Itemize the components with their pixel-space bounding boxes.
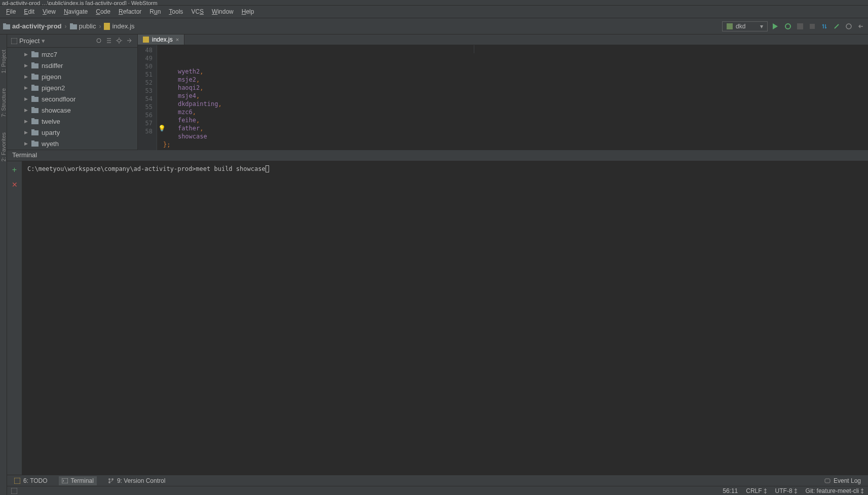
svg-rect-31 — [31, 140, 34, 142]
tree-folder-twelve[interactable]: ▶twelve — [7, 116, 137, 127]
folder-icon — [3, 23, 10, 29]
menu-edit[interactable]: Edit — [20, 7, 39, 16]
project-icon — [11, 38, 17, 44]
tool-todo[interactable]: 6: TODO — [11, 476, 51, 485]
status-git-branch[interactable]: Git: feature-meet-cli ‡ — [806, 487, 864, 494]
svg-rect-15 — [31, 51, 34, 53]
vcs-commit-button[interactable] — [833, 22, 841, 30]
svg-rect-18 — [31, 75, 39, 80]
tree-folder-label: pigeon — [42, 73, 61, 81]
tree-folder-label: nsdiffer — [42, 62, 63, 69]
svg-point-10 — [846, 24, 851, 29]
svg-rect-41 — [11, 488, 17, 494]
vcs-rollback-button[interactable] — [857, 22, 865, 30]
editor-tab-index[interactable]: index.js × — [138, 34, 184, 45]
expand-icon[interactable]: ▶ — [24, 52, 28, 57]
svg-point-37 — [108, 478, 110, 480]
tree-folder-pigeon[interactable]: ▶pigeon — [7, 71, 137, 82]
menu-window[interactable]: Window — [208, 7, 238, 16]
status-caret-pos[interactable]: 56:11 — [723, 487, 738, 494]
terminal-cursor — [266, 165, 269, 172]
locate-icon[interactable] — [96, 38, 103, 45]
tree-folder-secondfloor[interactable]: ▶secondfloor — [7, 93, 137, 104]
svg-rect-5 — [727, 23, 733, 29]
run-config-select[interactable]: dkd ▾ — [722, 21, 768, 31]
run-button[interactable] — [772, 22, 780, 30]
tool-favorites[interactable]: 2: Favorites — [1, 132, 7, 161]
tree-folder-wyeth2[interactable]: ▶wyeth2 — [7, 149, 137, 150]
hide-icon[interactable] — [126, 38, 133, 45]
nav-bar: ad-activity-prod › public › index.js dkd… — [0, 18, 868, 34]
tool-version-control[interactable]: 9: Version Control — [105, 476, 168, 485]
svg-rect-34 — [143, 37, 149, 43]
debug-button[interactable] — [784, 22, 792, 30]
vcs-history-button[interactable] — [845, 22, 853, 30]
tool-structure[interactable]: 7: Structure — [1, 88, 7, 117]
breadcrumb-root[interactable]: ad-activity-prod — [3, 22, 62, 30]
tree-folder-showcase[interactable]: ▶showcase — [7, 104, 137, 116]
menu-code[interactable]: Code — [92, 7, 115, 16]
collapse-icon[interactable] — [106, 38, 113, 45]
folder-icon — [31, 74, 39, 80]
expand-icon[interactable]: ▶ — [24, 141, 28, 146]
tree-folder-mzc7[interactable]: ▶mzc7 — [7, 49, 137, 60]
folder-icon — [31, 62, 39, 68]
left-tool-strip: 1: Project 7: Structure 2: Favorites — [0, 34, 7, 495]
menu-help[interactable]: Help — [238, 7, 258, 16]
folder-icon — [31, 140, 39, 147]
folder-icon — [31, 85, 39, 91]
editor-code[interactable]: wyeth2, msje2, haoqi2, msje4, dkdpaintin… — [157, 45, 228, 158]
tree-folder-wyeth[interactable]: ▶wyeth — [7, 138, 137, 149]
chevron-right-icon: › — [99, 23, 101, 30]
menu-tools[interactable]: Tools — [165, 7, 187, 16]
project-tree[interactable]: ▶mzc7▶nsdiffer▶pigeon▶pigeon2▶secondfloo… — [7, 48, 137, 150]
chevron-down-icon[interactable]: ▾ — [42, 37, 45, 45]
tree-folder-uparty[interactable]: ▶uparty — [7, 127, 137, 138]
terminal-content[interactable]: C:\meetyou\workspace\company\ad-activity… — [22, 161, 868, 475]
svg-rect-24 — [31, 108, 39, 113]
svg-rect-26 — [31, 119, 39, 124]
stop-button — [808, 22, 816, 30]
status-encoding[interactable]: UTF-8 ‡ — [775, 487, 798, 494]
breadcrumb-dir[interactable]: public — [70, 22, 96, 30]
terminal-panel-title[interactable]: Terminal — [7, 150, 868, 161]
expand-icon[interactable]: ▶ — [24, 63, 28, 68]
tree-folder-label: mzc7 — [42, 51, 57, 58]
chevron-right-icon: › — [65, 23, 67, 30]
expand-icon[interactable]: ▶ — [24, 96, 28, 101]
svg-rect-30 — [31, 142, 39, 147]
tool-project[interactable]: 1: Project — [1, 50, 7, 73]
terminal-add-button[interactable]: + — [12, 165, 17, 174]
menu-vcs[interactable]: VCS — [187, 7, 208, 16]
menu-navigate[interactable]: Navigate — [60, 7, 92, 16]
intention-bulb-icon[interactable]: 💡 — [158, 124, 166, 132]
terminal-close-button[interactable]: ✕ — [12, 181, 18, 189]
menu-refactor[interactable]: Refactor — [115, 7, 145, 16]
svg-rect-2 — [70, 24, 77, 29]
menu-run[interactable]: Run — [145, 7, 165, 16]
svg-point-12 — [97, 39, 101, 43]
expand-icon[interactable]: ▶ — [24, 74, 28, 79]
expand-icon[interactable]: ▶ — [24, 85, 28, 90]
vcs-update-button[interactable] — [820, 22, 828, 30]
menu-file[interactable]: File — [2, 7, 20, 16]
editor-body[interactable]: 4849505152535455565758 wyeth2, msje2, ha… — [138, 45, 868, 158]
svg-rect-40 — [825, 479, 830, 483]
breadcrumb-file[interactable]: index.js — [104, 22, 134, 30]
coverage-button — [796, 22, 804, 30]
svg-rect-16 — [31, 63, 39, 68]
expand-icon[interactable]: ▶ — [24, 108, 28, 113]
tree-folder-pigeon2[interactable]: ▶pigeon2 — [7, 82, 137, 93]
tool-terminal[interactable]: Terminal — [59, 476, 97, 485]
tool-windows-icon[interactable] — [11, 488, 17, 494]
menu-bar: File Edit View Navigate Code Refactor Ru… — [0, 6, 868, 18]
tool-event-log[interactable]: Event Log — [821, 476, 864, 485]
expand-icon[interactable]: ▶ — [24, 130, 28, 135]
gear-icon[interactable] — [116, 38, 123, 45]
status-line-sep[interactable]: CRLF ‡ — [746, 487, 767, 494]
expand-icon[interactable]: ▶ — [24, 119, 28, 124]
tree-folder-nsdiffer[interactable]: ▶nsdiffer — [7, 60, 137, 71]
svg-rect-25 — [31, 107, 34, 109]
menu-view[interactable]: View — [39, 7, 60, 16]
close-icon[interactable]: × — [176, 37, 179, 43]
